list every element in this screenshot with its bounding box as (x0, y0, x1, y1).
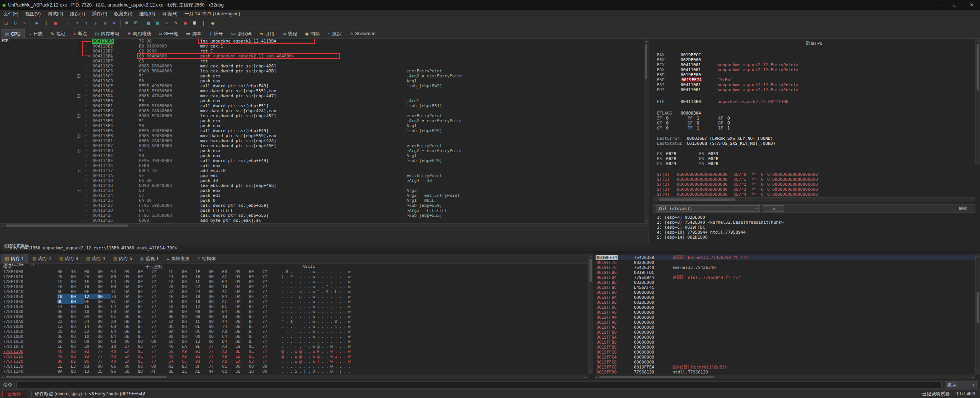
dump-tab-内存 1[interactable]: ▤内存 1 (1, 254, 28, 263)
disasm-row[interactable]: •004113D48985 55050000mov dword ptr ss:[… (0, 88, 648, 93)
disasm-row[interactable]: •00411427FF95 59050000call dword ptr ss:… (0, 203, 648, 208)
dump-tab-内存 5[interactable]: ▤内存 5 (109, 254, 136, 263)
argument-row[interactable]: 4: [esp+10] 77958944 ntdll.77958944 (657, 230, 746, 235)
flags-row[interactable]: CF0TF1IF1 (653, 126, 975, 131)
register-row[interactable]: EDX00411001<unpackme_aspack2.12.EntryPoi… (653, 67, 975, 72)
dump-row[interactable]: 778F10800E001000F0DA8F770600080004DB8F77… (0, 309, 593, 314)
expand-box-icon[interactable]: + (77, 149, 80, 152)
breakpoint-dot-icon[interactable]: • (85, 59, 87, 64)
scroll-thumb[interactable] (977, 292, 979, 323)
breakpoint-dot-icon[interactable]: • (85, 74, 87, 79)
register-row[interactable]: EAX0019FFCC (653, 52, 975, 57)
argument-row[interactable]: 1: [esp+4] 002DE000 (657, 215, 705, 220)
flags-row[interactable]: ZF0PF1AF0 (653, 116, 975, 121)
run-to-user-code-icon[interactable]: ⇓ (91, 19, 100, 27)
breakpoint-dot-icon[interactable]: • (85, 183, 87, 188)
disasm-row[interactable]: •004114078D8D 5E040000lea ecx,dword ptr … (0, 143, 648, 148)
breakpoint-dot-icon[interactable]: • (85, 98, 87, 103)
eflags-row[interactable]: EFLAGS00000304 (653, 111, 975, 116)
tab-SEH链[interactable]: ∞SEH链 (155, 29, 182, 38)
disasm-row[interactable]: •004113F450push eaxArg1 (0, 123, 648, 128)
close-button[interactable]: ✕ (963, 0, 980, 10)
unlock-button[interactable]: 解锁 (959, 206, 967, 211)
dump-row[interactable]: 778F1130EEE3D30006000800A3838F7701000000… (0, 364, 593, 369)
step-out-icon[interactable]: ↑ (82, 19, 91, 27)
menu-item[interactable]: 跟踪(T) (67, 11, 88, 17)
stop-icon[interactable]: ■ (51, 19, 60, 27)
tab-脚本[interactable]: ≔脚本 (182, 29, 205, 38)
dump-tab-内存 4[interactable]: ▤内存 4 (82, 254, 109, 263)
dump-row[interactable]: 778F10501000120070DA8F771600180084DA8F77… (0, 294, 593, 299)
menu-item[interactable]: 一月 14 2021 (TitanEngine) (181, 11, 244, 17)
breakpoint-dot-icon[interactable]: • (85, 198, 87, 203)
expand-box-icon[interactable]: + (77, 169, 80, 172)
segment-row[interactable]: GS002BFS0053 (653, 151, 975, 156)
expand-box-icon[interactable]: + (77, 74, 80, 78)
scroll-arrow-icon[interactable]: ▸ (644, 224, 648, 228)
stack-row[interactable]: 0019FFB000000000 (594, 330, 975, 335)
memory-map-icon[interactable]: ▤ (154, 19, 162, 27)
scroll-thumb[interactable] (977, 44, 979, 90)
disasm-row[interactable]: +•0041140D51push ecx┌Arg2 = ecx:EntryPoi… (0, 148, 648, 153)
scroll-arrow-icon[interactable]: ▾ (644, 218, 649, 223)
dump-row[interactable]: 778F11409A881335965B8D4F8E2EAE44025B1B00… (0, 369, 593, 374)
calling-convention-select[interactable]: 默认 (stdcall)▾ (657, 205, 760, 212)
step-over-icon[interactable]: ↷ (73, 19, 82, 27)
dump-row[interactable]: 778F10600C000E009CDA8F7716001800ACDA8F77… (0, 299, 593, 304)
dump-row[interactable]: 778F112080D1957740EA9E7754C59377A0EA9377… (0, 359, 593, 364)
dump-row[interactable]: 778F101028002A0080D98F7714001600ACD98F77… (0, 274, 593, 279)
dump-tab-结构体[interactable]: #结构体 (194, 254, 219, 263)
stack-row[interactable]: 0019FFA000000000 (594, 310, 975, 315)
breakpoint-dot-icon[interactable]: • (85, 133, 87, 138)
breakpoint-dot-icon[interactable]: • (85, 108, 87, 113)
scroll-arrow-icon[interactable]: ▴ (976, 254, 980, 259)
scroll-arrow-icon[interactable]: ▴ (644, 39, 649, 44)
breakpoint-dot-icon[interactable]: • (85, 218, 87, 223)
fpu-horizontal-scrollbar[interactable]: ◂▸ (653, 197, 975, 202)
breakpoint-dot-icon[interactable]: • (85, 138, 87, 143)
scroll-arrow-icon[interactable]: ◂ (653, 198, 658, 202)
breakpoint-dot-icon[interactable]: • (85, 113, 87, 118)
step-into-icon[interactable]: ↓ (64, 19, 72, 27)
breakpoints-icon[interactable]: ● (181, 19, 189, 27)
disasm-horizontal-scrollbar[interactable]: ◂▸ (0, 223, 648, 228)
disasm-row[interactable]: •004114350000add byte ptr ds:[eax],al (0, 218, 648, 223)
stack-row[interactable]: 0019FF9C00000000 (594, 305, 975, 310)
disasm-row[interactable]: +•004113DA8B85 47040000mov eax,dword ptr… (0, 93, 648, 98)
tab-调用堆栈[interactable]: ≣调用堆栈 (123, 29, 155, 38)
register-row[interactable]: EDI00411001<unpackme_aspack2.12.EntryPoi… (653, 87, 975, 92)
disasm-row[interactable]: •004113E78985 2A040000mov dword ptr ss:[… (0, 108, 648, 113)
breakpoint-dot-icon[interactable]: • (85, 69, 87, 74)
breakpoint-dot-icon[interactable]: • (85, 84, 87, 88)
dump-row[interactable]: 778F11104098927740EA9E7740A9917749ED9E77… (0, 354, 593, 359)
tab-源代码[interactable]: <>源代码 (227, 29, 255, 38)
disasm-row[interactable]: •0041142D6A FFpush FFFFFFFF┌Arg1 = FFFFF… (0, 208, 648, 213)
stack-horizontal-scrollbar[interactable]: ◂▸ (594, 375, 975, 379)
arg-count-stepper[interactable]: 5 (763, 205, 784, 212)
disasm-row[interactable]: •0041141B6A 30push 30┌Arg4 = 30 (0, 178, 648, 183)
stack-vertical-scrollbar[interactable]: ▴▾ (975, 254, 980, 374)
notes-icon[interactable]: ✎ (172, 19, 180, 27)
menu-item[interactable]: 视图(V) (22, 11, 44, 17)
disasm-row[interactable]: •004113F351push ecx┌Arg2 = ecx:EntryPoin… (0, 118, 648, 123)
disasm-row[interactable]: •00411415FFD0call eax (0, 163, 648, 168)
disasm-row[interactable]: •004113B075 08jne unpackme_aspack2.12.41… (0, 39, 648, 44)
disasm-row[interactable]: •0041140FFF95 490F0000call dword ptr ss:… (0, 158, 648, 163)
dump-row[interactable]: 778F10000038000094D98F771C001E0060D98F77… (0, 269, 593, 274)
stack-row[interactable]: 0019FFC000000000 (594, 350, 975, 355)
minimize-button[interactable]: ─ (929, 0, 946, 10)
last-error-row[interactable]: LastError000036B7 (ERROR_SXS_KEY_NOT_FOU… (653, 136, 975, 141)
disasm-row[interactable]: •004113CD50push eaxArg1 (0, 79, 648, 84)
stack-row[interactable]: 0019FF800019FFDC (594, 270, 975, 275)
breakpoint-dot-icon[interactable]: • (85, 128, 87, 133)
disassembly-view[interactable]: •004113B075 08jne unpackme_aspack2.12.41… (0, 39, 648, 223)
log-icon[interactable]: ≡ (163, 19, 171, 27)
tab-断点[interactable]: ●断点 (69, 29, 91, 38)
stack-row[interactable]: 0019FF98002DE000 (594, 300, 975, 305)
scroll-arrow-icon[interactable]: ◂ (0, 224, 5, 228)
disasm-row[interactable]: +•0041141783C4 10add esp,10 (0, 168, 648, 173)
disasm-row[interactable]: +•0041142353push ebxArg3 (0, 188, 648, 193)
scroll-arrow-icon[interactable]: ▸ (970, 375, 975, 380)
dump-tab-监视 1[interactable]: ◎监视 1 (136, 254, 163, 263)
registers-panel[interactable]: 隐藏FPUEAX0019FFCCEBX002DE000ECX00411001<u… (653, 39, 975, 251)
